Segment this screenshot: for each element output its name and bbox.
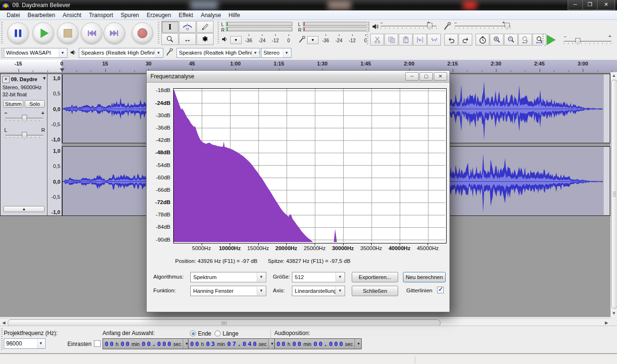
draw-tool-button[interactable] bbox=[196, 21, 214, 33]
minimize-button[interactable]: ─ bbox=[568, 0, 583, 10]
dialog-title-bar[interactable]: Frequenzanalyse ─ ▢ ✕ bbox=[147, 71, 449, 83]
time-shift-tool-icon: ↔ bbox=[184, 35, 191, 43]
selection-start-field[interactable]: 00h00min00.000sec▼ bbox=[103, 338, 190, 349]
menu-item-effekt[interactable]: Effekt bbox=[175, 11, 196, 19]
undo-button[interactable] bbox=[444, 34, 458, 46]
mute-button[interactable]: Stumm bbox=[3, 100, 23, 108]
playback-meter[interactable]: LR▼-36-24-120 bbox=[221, 21, 295, 46]
menu-item-bearbeiten[interactable]: Bearbeiten bbox=[24, 11, 59, 19]
recording-channels-select[interactable]: Stereo▼ bbox=[261, 48, 291, 58]
edit-toolbar-gripper[interactable] bbox=[366, 34, 368, 46]
skip-to-end-button[interactable] bbox=[103, 22, 125, 44]
zoom-selection-button[interactable] bbox=[518, 34, 532, 46]
meter-bar-L bbox=[303, 22, 369, 26]
function-select[interactable]: Hanning Fenster▼ bbox=[190, 286, 266, 296]
pause-button[interactable] bbox=[7, 22, 29, 44]
silence-button[interactable] bbox=[427, 34, 441, 46]
close-dialog-button[interactable]: Schließen bbox=[352, 286, 398, 296]
restore-button[interactable]: ❐ bbox=[582, 0, 598, 10]
playhead-pin-icon[interactable] bbox=[60, 68, 65, 72]
undo-icon bbox=[448, 36, 455, 44]
timeline-label-1:45: 1:45 bbox=[360, 61, 371, 66]
input-volume-slider[interactable] bbox=[455, 26, 511, 27]
audio-host-select[interactable]: Windows WASAPI▼ bbox=[4, 48, 67, 58]
multi-tool-icon: ✱ bbox=[202, 35, 208, 43]
spectrum-plot[interactable] bbox=[173, 88, 447, 243]
menu-item-ansicht[interactable]: Ansicht bbox=[59, 11, 85, 19]
stop-icon bbox=[64, 29, 72, 37]
record-button[interactable] bbox=[131, 22, 153, 44]
x-axis-label: 35000Hz bbox=[360, 245, 382, 251]
scroll-down-arrow[interactable]: ▼ bbox=[611, 310, 617, 317]
meter-toolbar-gripper[interactable] bbox=[217, 22, 219, 45]
algorithm-label: Algorithmus: bbox=[153, 274, 184, 280]
skip-to-start-button[interactable] bbox=[81, 22, 103, 44]
meter-dropdown-arrow[interactable]: ▼ bbox=[230, 36, 242, 44]
vertical-scrollbar-thumb[interactable] bbox=[611, 80, 617, 308]
zoom-in-button[interactable] bbox=[490, 34, 504, 46]
x-axis-label: 25000Hz bbox=[304, 245, 326, 251]
meter-dropdown-arrow[interactable]: ▼ bbox=[307, 36, 318, 44]
gridlines-checkbox[interactable] bbox=[437, 287, 444, 293]
dialog-maximize-button[interactable]: ▢ bbox=[420, 72, 433, 81]
end-radio[interactable] bbox=[190, 330, 196, 336]
snap-to-checkbox[interactable] bbox=[94, 340, 101, 347]
mixer-toolbar-gripper[interactable] bbox=[366, 22, 368, 32]
selection-tool-button[interactable]: I bbox=[161, 21, 178, 33]
tools-toolbar-gripper[interactable] bbox=[158, 22, 159, 45]
solo-button[interactable]: Solo bbox=[25, 100, 45, 108]
menu-item-transport[interactable]: Transport bbox=[85, 11, 117, 19]
axis-select[interactable]: Lineardarstellung▼ bbox=[292, 286, 345, 296]
trim-outside-button[interactable] bbox=[413, 34, 427, 46]
track-name-menu[interactable]: 09. Daydre bbox=[11, 76, 37, 82]
dialog-close-button[interactable]: ✕ bbox=[434, 72, 447, 81]
menu-item-spuren[interactable]: Spuren bbox=[117, 11, 143, 19]
toolbar-dock: I ↔ ✱ LR▼-36-24-120 bbox=[0, 20, 617, 47]
track-collapse-button[interactable]: ▲ bbox=[3, 206, 45, 212]
recalculate-button[interactable]: Neu berechnen bbox=[403, 272, 446, 282]
size-select[interactable]: 512▼ bbox=[292, 272, 345, 282]
redo-button[interactable] bbox=[458, 34, 472, 46]
menu-item-datei[interactable]: Datei bbox=[3, 11, 24, 19]
dialog-minimize-button[interactable]: ─ bbox=[405, 72, 419, 81]
menu-item-analyse[interactable]: Analyse bbox=[197, 11, 225, 19]
timeline-label-1:00: 1:00 bbox=[230, 61, 241, 66]
transcription-toolbar-gripper[interactable] bbox=[542, 34, 544, 46]
zoom-fit-button[interactable] bbox=[533, 34, 546, 46]
zoom-out-button[interactable] bbox=[504, 34, 518, 46]
cut-button[interactable] bbox=[370, 34, 384, 46]
selection-end-field[interactable]: 00h03min07.040sec▼ bbox=[188, 338, 275, 349]
time-shift-tool-button[interactable]: ↔ bbox=[179, 33, 196, 45]
length-radio[interactable] bbox=[215, 330, 221, 336]
close-button[interactable]: ✕ bbox=[597, 0, 615, 10]
playback-device-icon bbox=[70, 49, 76, 56]
menu-item-erzeugen[interactable]: Erzeugen bbox=[143, 11, 175, 19]
playback-speed-slider[interactable] bbox=[564, 41, 611, 42]
algorithm-select[interactable]: Spektrum▼ bbox=[190, 272, 266, 282]
multi-tool-button[interactable]: ✱ bbox=[196, 33, 214, 45]
export-button[interactable]: Exportieren... bbox=[352, 272, 398, 282]
meter-bar-R bbox=[226, 27, 292, 31]
recording-meter[interactable]: LR▼-36-24-120 bbox=[298, 21, 372, 46]
vertical-scale-ruler[interactable]: 1,00,50,0-0,5-1,01,00,50,0-0,5-1,0 bbox=[47, 74, 62, 216]
play-button[interactable] bbox=[32, 22, 54, 44]
play-at-speed-button[interactable] bbox=[547, 35, 556, 45]
sync-clock-button[interactable] bbox=[476, 34, 489, 46]
stop-button[interactable] bbox=[57, 22, 79, 44]
menu-bar: DateiBearbeitenAnsichtTransportSpurenErz… bbox=[0, 10, 617, 20]
scroll-up-arrow[interactable]: ▲ bbox=[611, 72, 617, 79]
recording-device-select[interactable]: Speakers (Realtek High Definition ,▼ bbox=[177, 48, 260, 58]
project-rate-select[interactable]: 96000▼ bbox=[4, 338, 46, 349]
paste-button[interactable] bbox=[399, 34, 412, 46]
transport-toolbar-gripper[interactable] bbox=[1, 22, 3, 45]
envelope-tool-button[interactable] bbox=[179, 21, 196, 33]
copy-button[interactable] bbox=[384, 34, 398, 46]
vertical-scrollbar[interactable]: ▲ ▼ bbox=[610, 72, 617, 317]
scale-label: 1,0 bbox=[53, 148, 60, 154]
zoom-tool-button[interactable] bbox=[161, 33, 178, 45]
track-menu-arrow-icon[interactable]: ▼ bbox=[42, 76, 47, 81]
track-close-button[interactable]: ✕ bbox=[2, 76, 9, 83]
playback-device-select[interactable]: Speakers (Realtek High Definit▼ bbox=[79, 48, 163, 58]
menu-item-hilfe[interactable]: Hilfe bbox=[225, 11, 244, 19]
audio-position-field[interactable]: 00h00min00.000sec▼ bbox=[274, 338, 362, 349]
